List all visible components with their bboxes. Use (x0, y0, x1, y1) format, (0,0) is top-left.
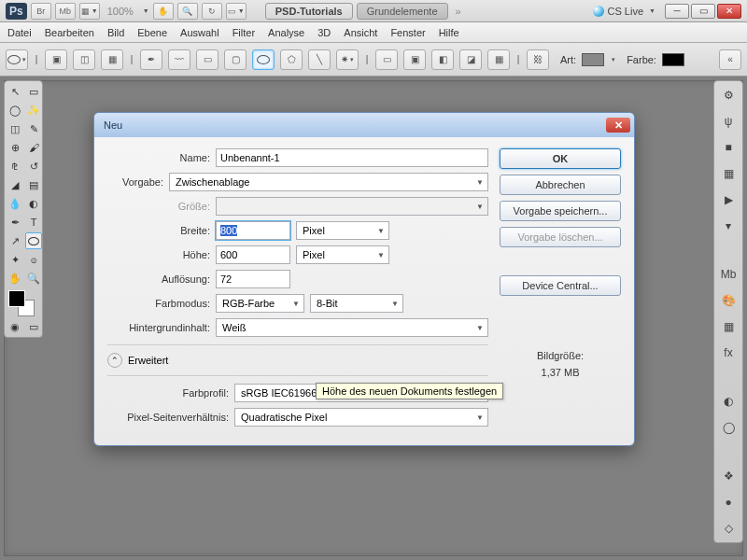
tool-path-select[interactable]: ↗ (7, 232, 23, 249)
bridge-icon[interactable]: Br (31, 3, 51, 20)
bittiefe-select[interactable]: 8-Bit▼ (310, 294, 403, 313)
panel-minibridge-icon[interactable]: Mb (718, 264, 739, 285)
vorgabe-select[interactable]: Zwischenablage▼ (169, 173, 488, 191)
window-close-button[interactable]: ✕ (717, 4, 741, 19)
tool-healing[interactable]: ⊕ (7, 139, 23, 156)
seitenverh-select[interactable]: Quadratische Pixel▼ (234, 408, 488, 427)
window-maximize-button[interactable]: ▭ (691, 4, 715, 19)
tool-magic-wand[interactable]: ✨ (25, 102, 42, 119)
abbrechen-button[interactable]: Abbrechen (500, 175, 621, 195)
tool-rect-marquee[interactable]: ▭ (25, 83, 42, 100)
pen-tool-icon[interactable]: ✒ (140, 49, 162, 70)
tool-blur[interactable]: 💧 (7, 195, 23, 212)
hintergrund-select[interactable]: Weiß▼ (216, 318, 488, 337)
panel-collapse-icon[interactable]: « (719, 49, 741, 70)
combine-add-icon[interactable]: ▣ (403, 49, 426, 70)
combine-new-icon[interactable]: ▭ (375, 49, 398, 70)
device-central-button[interactable]: Device Central... (500, 275, 621, 296)
more-workspaces-icon[interactable]: » (452, 6, 465, 17)
menu-analyse[interactable]: Analyse (268, 27, 304, 38)
screen-mode-icon[interactable]: ▦▼ (79, 3, 100, 20)
link-icon[interactable]: ⛓ (527, 49, 549, 70)
line-shape-icon[interactable]: ╲ (308, 49, 331, 70)
zoom-icon[interactable]: 🔍 (177, 3, 198, 20)
workspace-tab-psdtutorials[interactable]: PSD-Tutorials (265, 3, 353, 20)
screen-mode-tool-icon[interactable]: ▭ (25, 318, 42, 335)
tool-hand[interactable]: ✋ (7, 270, 23, 287)
panel-paragraph-icon[interactable]: ▾ (718, 216, 739, 236)
polygon-shape-icon[interactable]: ⬠ (280, 49, 303, 70)
menu-filter[interactable]: Filter (233, 27, 255, 38)
tool-dodge[interactable]: ◐ (25, 195, 42, 212)
panel-paths-icon[interactable]: ◇ (718, 518, 739, 539)
erweitert-expander[interactable]: ⌃ Erweitert (107, 353, 488, 368)
tool-clone[interactable]: ⅊ (7, 158, 23, 175)
zoom-level[interactable]: 100% (104, 6, 137, 17)
tool-eraser[interactable]: ◢ (7, 176, 23, 193)
menu-3d[interactable]: 3D (317, 27, 331, 38)
menu-ansicht[interactable]: Ansicht (344, 27, 377, 38)
panel-brush-icon[interactable]: ψ (718, 111, 739, 132)
panel-character-icon[interactable]: ▶ (718, 189, 739, 210)
ok-button[interactable]: OK (500, 148, 621, 169)
fill-pixels-icon[interactable]: ▦ (101, 49, 123, 70)
breite-unit-select[interactable]: Pixel▼ (296, 221, 389, 240)
panel-color-icon[interactable]: 🎨 (718, 290, 739, 311)
rectangle-shape-icon[interactable]: ▭ (196, 49, 218, 70)
fg-bg-colors[interactable] (7, 288, 42, 316)
dialog-titlebar[interactable]: Neu ✕ (94, 113, 634, 137)
tool-eyedropper[interactable]: ✎ (25, 120, 42, 137)
dialog-close-button[interactable]: ✕ (606, 118, 630, 133)
tool-lasso[interactable]: ◯ (7, 102, 23, 119)
fg-color-swatch[interactable] (8, 290, 25, 307)
tool-3d[interactable]: ✦ (7, 251, 23, 268)
window-minimize-button[interactable]: ─ (665, 4, 689, 19)
menu-bearbeiten[interactable]: Bearbeiten (45, 27, 94, 38)
panel-layers-icon[interactable]: ❖ (718, 466, 739, 486)
farbmodus-select[interactable]: RGB-Farbe▼ (216, 294, 304, 313)
panel-clone-icon[interactable]: ■ (718, 137, 739, 158)
workspace-tab-grundelemente[interactable]: Grundelemente (357, 3, 448, 20)
menu-hilfe[interactable]: Hilfe (439, 27, 459, 38)
tool-3d-camera[interactable]: ⌾ (25, 251, 42, 268)
panel-swatches-icon[interactable]: ▦ (718, 316, 739, 337)
name-input[interactable] (216, 148, 488, 167)
hoehe-input[interactable] (216, 245, 290, 264)
menu-datei[interactable]: Datei (7, 27, 32, 38)
combine-exclude-icon[interactable]: ▦ (487, 49, 510, 70)
tool-ellipse[interactable] (25, 232, 42, 249)
tool-brush[interactable]: 🖌 (25, 139, 42, 156)
ellipse-shape-icon[interactable] (252, 49, 275, 70)
hoehe-unit-select[interactable]: Pixel▼ (296, 245, 389, 264)
panel-styles-icon[interactable]: fx (718, 343, 739, 363)
custom-shape-icon[interactable]: ✷▾ (336, 49, 359, 70)
menu-ebene[interactable]: Ebene (137, 27, 167, 38)
tool-pen[interactable]: ✒ (7, 214, 23, 231)
minibridge-icon[interactable]: Mb (55, 3, 76, 20)
vorgabe-speichern-button[interactable]: Vorgabe speichern... (500, 201, 621, 221)
menu-fenster[interactable]: Fenster (390, 27, 425, 38)
panel-channels-icon[interactable]: ● (718, 492, 739, 512)
tool-type[interactable]: T (25, 214, 42, 231)
color-swatch[interactable] (662, 53, 684, 66)
tool-zoom[interactable]: 🔍 (25, 270, 42, 287)
menu-auswahl[interactable]: Auswahl (180, 27, 219, 38)
freeform-pen-icon[interactable]: 〰 (168, 49, 190, 70)
combine-intersect-icon[interactable]: ◪ (459, 49, 482, 70)
tool-history-brush[interactable]: ↺ (25, 158, 42, 175)
tool-crop[interactable]: ◫ (7, 120, 23, 137)
quick-mask-icon[interactable]: ◉ (7, 318, 23, 335)
shape-layer-icon[interactable]: ▣ (45, 49, 67, 70)
panel-adjustments-icon[interactable]: ⚙ (718, 85, 739, 105)
tool-gradient[interactable]: ▤ (25, 176, 42, 193)
menu-bild[interactable]: Bild (107, 27, 124, 38)
panel-actions-icon[interactable]: ▦ (718, 163, 739, 184)
hand-icon[interactable]: ✋ (153, 3, 174, 20)
arrange-icon[interactable]: ▭▼ (226, 3, 247, 20)
breite-input[interactable] (216, 221, 290, 240)
combine-subtract-icon[interactable]: ◧ (431, 49, 454, 70)
rotate-view-icon[interactable]: ↻ (202, 3, 222, 20)
aufloesung-input[interactable] (216, 270, 290, 288)
cslive-button[interactable]: CS Live ▼ (593, 6, 655, 17)
shape-preset-icon[interactable]: ▾ (6, 49, 28, 70)
